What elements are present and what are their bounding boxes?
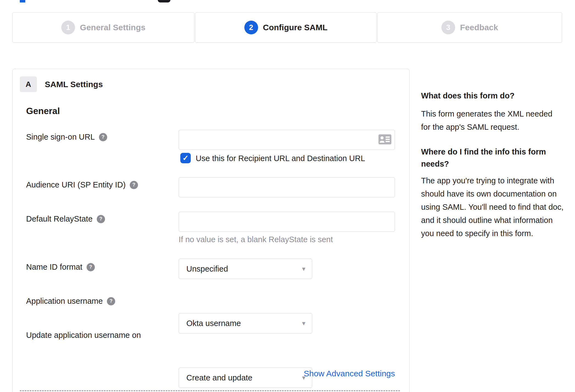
- help-answer-2: The app you're trying to integrate with …: [421, 174, 564, 240]
- update-username-label: Update application username on: [26, 331, 141, 340]
- help-icon[interactable]: [107, 297, 115, 305]
- dashed-separator: [20, 390, 400, 391]
- sso-url-field-wrap: [179, 130, 395, 150]
- application-username-select[interactable]: Okta username: [179, 313, 312, 333]
- help-answer-1: This form generates the XML needed for t…: [421, 107, 561, 134]
- step-label: General Settings: [80, 23, 145, 32]
- help-icon[interactable]: [97, 215, 105, 223]
- help-question-2: Where do I find the info this form needs…: [421, 146, 559, 170]
- section-a-badge: A: [20, 76, 37, 92]
- sso-url-label: Single sign-on URL: [26, 132, 107, 142]
- use-for-recipient-label: Use this for Recipient URL and Destinati…: [196, 154, 365, 163]
- help-icon[interactable]: [87, 263, 95, 271]
- audience-uri-input[interactable]: [179, 177, 395, 197]
- contact-card-icon[interactable]: [378, 134, 391, 145]
- sso-url-input[interactable]: [179, 130, 395, 150]
- cutoff-blue-element: [20, 0, 25, 2]
- step-general-settings[interactable]: 1 General Settings: [12, 12, 194, 43]
- step-label: Configure SAML: [263, 23, 328, 32]
- help-question-1: What does this form do?: [421, 90, 571, 102]
- audience-uri-field-wrap: [179, 177, 395, 197]
- step-number-badge: 3: [441, 21, 455, 34]
- general-heading: General: [26, 106, 60, 116]
- name-id-format-label: Name ID format: [26, 263, 95, 272]
- help-icon[interactable]: [130, 181, 138, 189]
- cutoff-dark-icon: [158, 0, 170, 2]
- section-title: SAML Settings: [45, 80, 103, 89]
- audience-uri-label: Audience URI (SP Entity ID): [26, 180, 138, 189]
- name-id-format-select[interactable]: Unspecified: [179, 259, 312, 279]
- application-username-label: Application username: [26, 297, 115, 306]
- step-feedback[interactable]: 3 Feedback: [377, 12, 562, 43]
- relay-state-hint: If no value is set, a blank RelayState i…: [179, 235, 333, 244]
- help-icon[interactable]: [99, 133, 107, 141]
- relay-state-field-wrap: [179, 212, 395, 232]
- relay-state-input[interactable]: [179, 212, 395, 232]
- use-for-recipient-checkbox[interactable]: [180, 153, 191, 163]
- step-configure-saml[interactable]: 2 Configure SAML: [195, 12, 377, 43]
- step-number-badge: 1: [61, 21, 75, 34]
- relay-state-label: Default RelayState: [26, 214, 105, 223]
- show-advanced-settings-link[interactable]: Show Advanced Settings: [179, 369, 395, 378]
- step-label: Feedback: [460, 23, 498, 32]
- step-number-badge: 2: [244, 21, 258, 34]
